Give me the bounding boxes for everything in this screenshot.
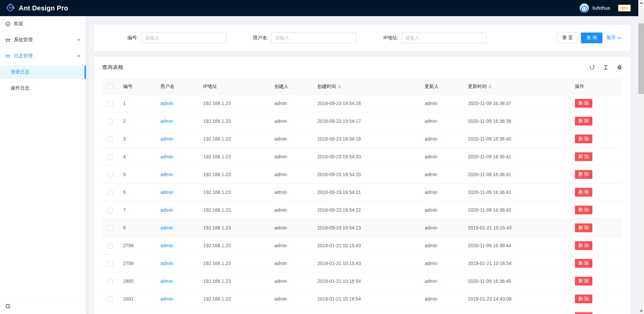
- sidebar-item-log[interactable]: 日志管理: [0, 49, 86, 63]
- cell-id: 4: [118, 148, 155, 166]
- cell-action: 删 除: [570, 272, 622, 290]
- row-checkbox[interactable]: [107, 208, 113, 213]
- column-header-username: 用户名: [155, 78, 198, 95]
- sidebar-item-op-log[interactable]: 操作日志: [0, 82, 86, 95]
- log-table: 编号用户名IP地址创建人创建时间更新人更新时间操作 1admin192.168.…: [102, 78, 622, 314]
- cell-created: 2018-09-23 19:54:18: [312, 130, 419, 148]
- filter-field-id: 编号:: [102, 33, 226, 43]
- username-link[interactable]: admin: [160, 154, 173, 159]
- cell-username: admin: [155, 166, 198, 184]
- cell-username: admin: [155, 130, 198, 148]
- scrollbar-down-arrow[interactable]: [638, 308, 644, 314]
- logo-area[interactable]: Ant Design Pro: [5, 3, 68, 14]
- env-tag: dev: [618, 5, 631, 11]
- table-row: 2admin192.168.1.23admin2018-09-23 19:54:…: [102, 112, 622, 130]
- column-header-select: [102, 78, 118, 95]
- table-row: 2798admin192.168.1.23admin2019-01-21 10:…: [102, 237, 622, 255]
- settings-icon[interactable]: [617, 65, 622, 70]
- sidebar-item-label: 系统管理: [14, 37, 33, 43]
- density-icon[interactable]: [603, 65, 608, 70]
- id-input[interactable]: [141, 33, 226, 43]
- main-layout: 欢迎系统管理日志管理登录日志操作日志 编号:用户名:IP地址: 重 置 查: [0, 16, 638, 314]
- cell-id: 2802: [118, 308, 155, 314]
- row-checkbox[interactable]: [107, 172, 113, 177]
- row-checkbox[interactable]: [107, 137, 113, 142]
- delete-button[interactable]: 删 除: [575, 152, 592, 161]
- cell-updater: admin: [419, 255, 463, 272]
- cell-select: [102, 308, 118, 314]
- cell-action: 删 除: [570, 219, 622, 237]
- column-header-updater: 更新人: [419, 78, 463, 95]
- cell-updated: 2020-11-09 16:36:42: [463, 184, 570, 201]
- delete-button[interactable]: 删 除: [575, 277, 592, 285]
- cell-select: [102, 130, 118, 148]
- user-avatar[interactable]: [580, 3, 589, 13]
- window-scrollbar[interactable]: [638, 0, 644, 314]
- username-link[interactable]: admin: [160, 172, 173, 177]
- reload-icon[interactable]: [589, 65, 595, 70]
- sidebar-item-login-log[interactable]: 登录日志: [0, 65, 86, 79]
- caret-down-icon: [489, 87, 491, 89]
- ip-input[interactable]: [401, 33, 487, 43]
- cell-action: 删 除: [570, 130, 622, 148]
- row-checkbox[interactable]: [107, 243, 113, 249]
- row-checkbox[interactable]: [107, 261, 113, 266]
- username-input[interactable]: [271, 33, 357, 43]
- row-checkbox[interactable]: [107, 225, 113, 231]
- delete-button[interactable]: 删 除: [575, 259, 592, 268]
- delete-button[interactable]: 删 除: [575, 312, 592, 314]
- cell-updated: 2020-11-09 16:36:44: [463, 237, 570, 255]
- cell-created: 2018-09-23 19:54:20: [312, 166, 419, 184]
- menu-fold-icon[interactable]: [5, 304, 11, 309]
- cell-ip: 192.168.1.23: [198, 166, 269, 184]
- username-link[interactable]: admin: [160, 118, 173, 124]
- sorter-created[interactable]: [338, 85, 341, 89]
- select-all-checkbox[interactable]: [107, 84, 113, 89]
- sorter-updated[interactable]: [489, 85, 491, 89]
- delete-button[interactable]: 删 除: [575, 117, 592, 125]
- row-checkbox[interactable]: [107, 119, 113, 124]
- delete-button[interactable]: 删 除: [575, 188, 592, 197]
- username-link[interactable]: admin: [160, 136, 173, 142]
- delete-button[interactable]: 删 除: [575, 241, 592, 250]
- header-username[interactable]: liufeihua: [592, 5, 610, 11]
- expand-link[interactable]: 展开: [606, 35, 621, 41]
- delete-button[interactable]: 删 除: [575, 223, 592, 232]
- cell-username: admin: [155, 184, 198, 201]
- username-link[interactable]: admin: [160, 261, 173, 266]
- search-button[interactable]: 查 询: [581, 33, 602, 43]
- username-link[interactable]: admin: [160, 101, 173, 106]
- sidebar-item-system[interactable]: 系统管理: [0, 33, 86, 47]
- cell-select: [102, 272, 118, 290]
- username-link[interactable]: admin: [160, 243, 173, 248]
- row-checkbox[interactable]: [107, 101, 113, 106]
- cell-updater: admin: [419, 272, 463, 290]
- row-checkbox[interactable]: [107, 190, 113, 195]
- cell-updated: 2020-11-09 16:36:37: [463, 95, 570, 112]
- delete-button[interactable]: 删 除: [575, 99, 592, 108]
- username-link[interactable]: admin: [160, 278, 173, 284]
- scrollbar-up-arrow[interactable]: [638, 0, 644, 6]
- cell-updated: 2019-01-22 14:43:09: [463, 290, 570, 308]
- reset-button[interactable]: 重 置: [557, 33, 578, 43]
- username-link[interactable]: admin: [160, 225, 173, 230]
- chevron-down-icon: [77, 38, 80, 42]
- cell-created: 2018-09-23 19:54:17: [312, 112, 419, 130]
- cell-action: 删 除: [570, 148, 622, 166]
- scrollbar-thumb[interactable]: [638, 23, 644, 94]
- row-checkbox[interactable]: [107, 279, 113, 284]
- cell-ip: 192.168.1.23: [198, 95, 269, 112]
- row-checkbox[interactable]: [107, 297, 113, 302]
- cell-updated: 2020-11-09 16:36:43: [463, 201, 570, 219]
- row-checkbox[interactable]: [107, 154, 113, 160]
- delete-button[interactable]: 删 除: [575, 206, 592, 214]
- delete-button[interactable]: 删 除: [575, 170, 592, 179]
- delete-button[interactable]: 删 除: [575, 295, 592, 303]
- cell-updater: admin: [419, 130, 463, 148]
- username-link[interactable]: admin: [160, 190, 173, 195]
- delete-button[interactable]: 删 除: [575, 135, 592, 143]
- username-link[interactable]: admin: [160, 207, 173, 213]
- sidebar-item-welcome[interactable]: 欢迎: [0, 17, 86, 31]
- cell-creator: admin: [269, 95, 312, 112]
- username-link[interactable]: admin: [160, 296, 173, 302]
